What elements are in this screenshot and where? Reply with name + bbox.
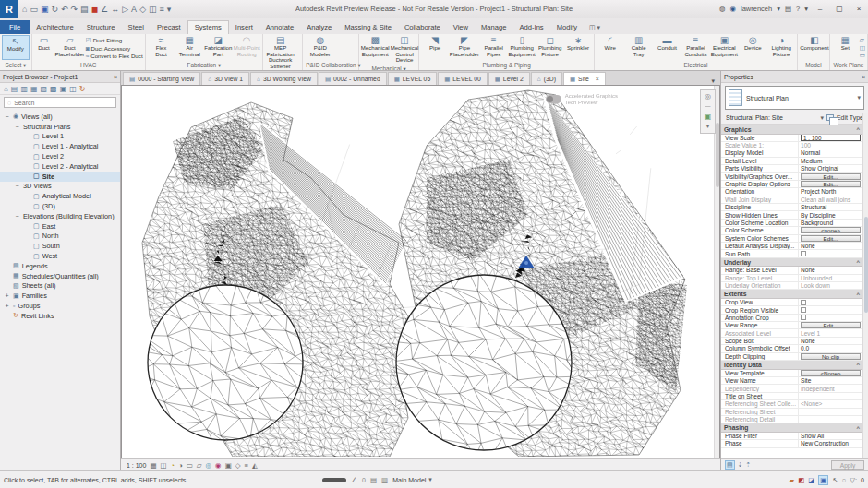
tree-item-south[interactable]: ▢South <box>0 241 120 251</box>
mep-fabrication-ductwork-stiffener-button[interactable]: ▤MEP Fabrication Ductwork Stiffener <box>265 35 295 69</box>
temporary-hide-isolate-icon[interactable]: ◎ <box>206 461 212 470</box>
panel-label-plumbing-piping[interactable]: Plumbing & Piping <box>419 61 593 70</box>
section-header-extents[interactable]: Extents^ <box>721 290 862 299</box>
section-icon[interactable]: ◫ <box>149 5 157 14</box>
views-icon[interactable]: ▤ <box>11 85 18 93</box>
transfer-icon[interactable]: ◼ <box>91 5 98 14</box>
minus-expander-icon[interactable]: − <box>14 124 20 130</box>
panel-label-pid-collaboration[interactable]: P&ID Collaboration ▾ <box>303 61 357 70</box>
sprinkler-button[interactable]: ∗Sprinkler <box>564 35 591 60</box>
link-icon[interactable]: ↻ <box>79 85 86 93</box>
section-header-underlay[interactable]: Underlay^ <box>721 258 862 268</box>
tree-item-3d[interactable]: ▢(3D) <box>0 201 120 211</box>
default-3d-view-icon[interactable]: ◇ <box>139 5 146 14</box>
property-value[interactable]: Edit... <box>799 235 862 242</box>
device-button[interactable]: ◎Device <box>739 35 766 60</box>
select-links-icon[interactable]: ◪ <box>808 476 814 484</box>
worksharing-icon[interactable]: ▰ <box>789 476 794 484</box>
duct-placeholder-button[interactable]: ▱Duct Placeholder <box>54 35 84 60</box>
shadows-icon[interactable]: ◑ <box>178 461 183 470</box>
section-header-graphics[interactable]: Graphics^ <box>721 125 862 135</box>
mechanical-equipment-button[interactable]: ▩Mechanical Equipment <box>361 35 390 64</box>
cable-tray-button[interactable]: ▥Cable Tray <box>625 35 653 60</box>
value-checkbox[interactable] <box>801 251 806 256</box>
schedules-icon[interactable]: ▦ <box>30 85 38 93</box>
view-tab-level-2[interactable]: ▦Level 2 <box>488 72 530 85</box>
select-pinned-icon[interactable]: ↖ <box>832 476 838 484</box>
lighting-fixture-button[interactable]: ◑Lighting Fixture <box>767 35 795 60</box>
sort-descending-icon[interactable]: ⇡ <box>746 461 752 469</box>
value-button[interactable]: Edit... <box>801 181 861 187</box>
tree-item-east[interactable]: ▢East <box>0 221 120 232</box>
tree-item-schedules-quantities-all[interactable]: ▦Schedules/Quantities (all) <box>0 271 120 281</box>
set-button[interactable]: ▦Set <box>832 35 859 60</box>
user-dropdown-icon[interactable]: ▾ <box>777 5 780 13</box>
minus-expander-icon[interactable]: − <box>14 213 20 220</box>
tab-systems[interactable]: Systems <box>187 20 229 34</box>
canvas-scrollbar[interactable] <box>714 86 719 458</box>
view-tab-overflow-icon[interactable]: ▾ <box>707 77 718 85</box>
collapse-icon[interactable]: ^ <box>856 292 860 297</box>
parallel-conduits-button[interactable]: ≡Parallel Conduits <box>682 35 710 60</box>
drawing-area[interactable]: Accelerated Graphics Tech Preview ◎ — ▣ … <box>121 85 720 458</box>
drag-on-selection-icon[interactable]: ○ <box>842 476 847 484</box>
value-checkbox[interactable] <box>801 315 806 320</box>
panel-label-model[interactable]: Model <box>798 61 829 70</box>
aligned-dimension-icon[interactable]: ↔ <box>111 5 119 14</box>
duct-accessory-button[interactable]: ◙Duct Accessory <box>86 45 143 52</box>
view-scale-control[interactable]: 1 : 100 <box>127 462 146 469</box>
tree-item-families[interactable]: +▣Families <box>0 291 120 301</box>
tab-annotate[interactable]: Annotate <box>259 21 300 34</box>
crop-view-icon[interactable]: ▭ <box>187 461 193 470</box>
properties-scrollbar[interactable] <box>862 113 868 458</box>
filter-icon[interactable]: ▧ <box>41 85 48 93</box>
collapse-icon[interactable]: ^ <box>856 362 860 367</box>
thin-lines-icon[interactable]: ≡ <box>160 5 164 14</box>
tab-modify[interactable]: Modify <box>550 21 584 34</box>
view-tab-0000-starting-view[interactable]: ▤0000 - Starting View <box>123 72 200 85</box>
sun-path-icon[interactable]: ◔ <box>171 461 175 470</box>
help-icon[interactable]: ? <box>796 5 800 13</box>
tree-item-level-2-analytical[interactable]: ▢Level 2 - Analytical <box>0 161 120 172</box>
collapse-icon[interactable]: ^ <box>856 425 860 431</box>
property-value[interactable]: Edit... <box>799 322 862 328</box>
view-tab-close-icon[interactable]: × <box>596 76 599 82</box>
redo-icon[interactable]: ↷ <box>71 5 78 14</box>
save-icon[interactable]: ▣ <box>41 5 49 14</box>
tree-item-3d-views[interactable]: −3D Views <box>0 182 120 192</box>
tree-item-level-1-analytical[interactable]: ▢Level 1 - Analytical <box>0 141 120 151</box>
print-icon[interactable]: ▤ <box>80 5 89 14</box>
tab-manage[interactable]: Manage <box>475 21 512 34</box>
revit-logo-icon[interactable]: R <box>0 0 18 18</box>
sync-icon[interactable]: ↻ <box>51 5 58 14</box>
property-value[interactable]: <none> <box>799 227 862 233</box>
section-header-identity-data[interactable]: Identity Data^ <box>721 361 862 370</box>
editable-only-icon[interactable]: ∠ <box>351 476 357 484</box>
tab-add-ins[interactable]: Add-Ins <box>513 21 550 34</box>
temporary-view-properties-icon[interactable]: ▣ <box>225 461 232 470</box>
tab-massing-site[interactable]: Massing & Site <box>338 21 398 34</box>
tab-precast[interactable]: Precast <box>151 21 187 34</box>
sheets-icon[interactable]: ▥ <box>20 85 28 93</box>
tree-item-groups[interactable]: +▫Groups <box>0 301 120 311</box>
steering-wheel-icon[interactable]: ◎ <box>705 92 711 101</box>
fabrication-part-button[interactable]: ◪Fabrication Part <box>204 35 232 60</box>
tab-structure[interactable]: Structure <box>80 21 122 34</box>
tag-icon[interactable]: ▷ <box>122 5 128 14</box>
view-tab-level-05[interactable]: ▦LEVEL 05 <box>388 72 438 85</box>
pipe-button[interactable]: ◥Pipe <box>421 35 448 60</box>
view-tab-site[interactable]: ▦Site× <box>563 72 606 85</box>
design-option-select[interactable]: Main Model ▾ <box>392 476 432 483</box>
conduit-button[interactable]: ▬Conduit <box>654 35 681 60</box>
property-value[interactable]: 1 : 100 <box>799 135 862 141</box>
tab-collaborate[interactable]: Collaborate <box>398 21 447 34</box>
search-icon[interactable]: ◍ <box>719 5 726 13</box>
p-id-modeler-button[interactable]: ◍P&ID Modeler <box>305 35 335 60</box>
value-button[interactable]: <none> <box>801 227 861 233</box>
ribbon-display-toggle-icon[interactable]: ◫ ▾ <box>589 24 600 34</box>
measure-icon[interactable]: ∠ <box>101 5 108 14</box>
project-browser-close-icon[interactable]: × <box>114 74 117 80</box>
value-button[interactable]: Edit... <box>801 173 861 180</box>
properties-close-icon[interactable]: × <box>862 74 865 80</box>
apply-button[interactable]: Apply <box>831 460 864 470</box>
